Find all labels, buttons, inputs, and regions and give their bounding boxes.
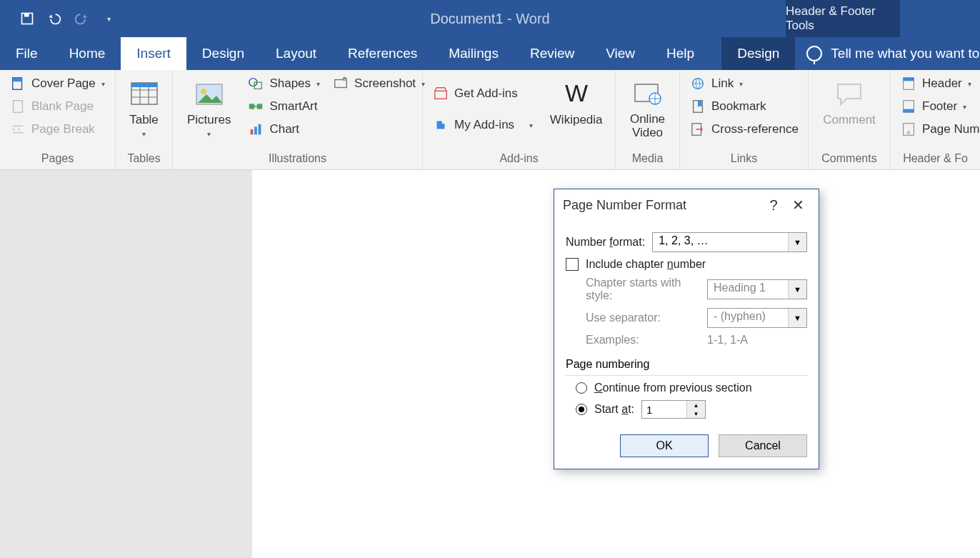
cancel-button[interactable]: Cancel	[719, 434, 807, 457]
smartart-icon	[248, 99, 264, 114]
page-number-icon: #	[901, 121, 916, 137]
examples-value: 1-1, 1-A	[707, 334, 807, 347]
svg-rect-15	[259, 124, 261, 135]
cover-page-icon	[10, 76, 26, 91]
spinner-down-icon[interactable]: ▼	[687, 409, 705, 418]
blank-page-icon	[10, 99, 26, 114]
chapter-style-select: Heading 1 ▼	[707, 279, 807, 299]
svg-rect-4	[14, 101, 23, 113]
online-video-button[interactable]: OnlineVideo	[623, 74, 672, 139]
get-addins-button[interactable]: Get Add-ins	[430, 84, 536, 103]
group-label-tables: Tables	[116, 149, 172, 169]
tell-me-search[interactable]: Tell me what you want to do	[795, 37, 980, 70]
number-format-select[interactable]: 1, 2, 3, … ▼	[652, 232, 807, 252]
online-video-icon	[632, 79, 664, 110]
svg-rect-11	[249, 104, 254, 109]
title-bar: ▾ Document1 - Word Header & Footer Tools	[0, 0, 980, 37]
tab-help[interactable]: Help	[651, 37, 710, 70]
tab-references[interactable]: References	[332, 37, 433, 70]
bookmark-button[interactable]: Bookmark	[687, 97, 801, 116]
tab-mailings[interactable]: Mailings	[433, 37, 514, 70]
qat-customize-icon[interactable]: ▾	[101, 11, 116, 26]
group-illustrations: Pictures▾ Shapes ▾ SmartArt Chart +Scree…	[173, 70, 423, 169]
dialog-help-button[interactable]: ?	[761, 197, 786, 214]
tab-design[interactable]: Design	[186, 37, 260, 70]
svg-text:W: W	[565, 79, 588, 106]
page-numbering-label: Page numbering	[566, 358, 807, 371]
svg-rect-12	[257, 104, 262, 109]
svg-rect-6	[131, 83, 157, 87]
save-icon[interactable]	[20, 11, 34, 26]
my-addins-button[interactable]: My Add-ins ▾	[430, 116, 536, 134]
number-format-label: Number format:	[566, 236, 645, 249]
wikipedia-icon: W	[561, 79, 592, 110]
tab-layout[interactable]: Layout	[260, 37, 332, 70]
header-icon	[901, 76, 916, 91]
tab-home[interactable]: Home	[54, 37, 121, 70]
tab-file[interactable]: File	[0, 37, 54, 70]
screenshot-icon: +	[333, 76, 349, 91]
tab-context-design[interactable]: Design	[721, 37, 795, 70]
ok-button[interactable]: OK	[620, 434, 709, 457]
bookmark-icon	[690, 99, 706, 114]
page-break-icon	[10, 121, 26, 137]
footer-button[interactable]: Footer ▾	[898, 97, 980, 116]
include-chapter-label: Include chapter number	[586, 258, 706, 271]
chart-button[interactable]: Chart	[245, 120, 323, 139]
group-label-illustrations: Illustrations	[173, 149, 422, 169]
comment-icon	[834, 79, 865, 110]
document-gutter	[0, 170, 252, 558]
undo-icon[interactable]	[47, 11, 61, 26]
continue-label: Continue from previous section	[594, 382, 752, 394]
group-addins: Get Add-ins My Add-ins ▾ W Wikipedia Add…	[423, 70, 616, 169]
svg-rect-27	[904, 78, 914, 81]
cover-page-button[interactable]: Cover Page ▾	[7, 74, 108, 93]
link-button[interactable]: Link ▾	[687, 74, 801, 93]
comment-button[interactable]: Comment	[816, 74, 883, 127]
start-at-input[interactable]	[642, 401, 686, 418]
group-label-pages: Pages	[0, 149, 115, 169]
lightbulb-icon	[806, 46, 822, 61]
chevron-down-icon: ▼	[788, 309, 806, 327]
include-chapter-checkbox[interactable]	[566, 258, 579, 271]
screenshot-button[interactable]: +Screenshot ▾	[330, 74, 428, 93]
quick-access-toolbar: ▾	[0, 11, 116, 26]
tab-insert[interactable]: Insert	[121, 37, 186, 70]
tab-review[interactable]: Review	[514, 37, 590, 70]
tell-me-placeholder: Tell me what you want to do	[831, 46, 980, 61]
shapes-button[interactable]: Shapes ▾	[245, 74, 323, 93]
pictures-icon	[194, 79, 225, 110]
spinner-up-icon[interactable]: ▲	[687, 401, 705, 409]
dialog-titlebar: Page Number Format ? ✕	[554, 189, 819, 221]
header-button[interactable]: Header ▾	[898, 74, 980, 93]
shapes-icon	[248, 76, 264, 91]
dialog-close-button[interactable]: ✕	[786, 196, 810, 214]
tab-view[interactable]: View	[590, 37, 651, 70]
pictures-button[interactable]: Pictures▾	[180, 74, 238, 138]
page-break-button[interactable]: Page Break	[7, 120, 108, 139]
svg-rect-1	[24, 14, 29, 17]
group-tables: Table▾ Tables	[116, 70, 173, 169]
start-at-radio[interactable]	[576, 404, 587, 415]
group-label-links: Links	[680, 149, 808, 169]
smartart-button[interactable]: SmartArt	[245, 97, 323, 116]
ribbon-tabs: File Home Insert Design Layout Reference…	[0, 37, 980, 70]
group-label-comments: Comments	[809, 149, 890, 169]
blank-page-button[interactable]: Blank Page	[7, 97, 108, 116]
start-at-label: Start at:	[594, 403, 634, 416]
group-label-media: Media	[616, 149, 679, 169]
redo-icon[interactable]	[74, 11, 89, 26]
separator-select: - (hyphen) ▼	[707, 308, 807, 328]
svg-rect-14	[255, 126, 258, 134]
continue-radio[interactable]	[576, 382, 587, 394]
addins-icon	[433, 117, 449, 133]
table-button[interactable]: Table▾	[121, 74, 167, 138]
ribbon: Cover Page ▾ Blank Page Page Break Pages…	[0, 70, 980, 170]
dialog-title: Page Number Format	[563, 198, 761, 213]
start-at-spinner[interactable]: ▲▼	[641, 400, 706, 419]
group-links: Link ▾ Bookmark Cross-reference Links	[680, 70, 809, 169]
svg-rect-3	[13, 78, 22, 82]
page-number-button[interactable]: #Page Num	[898, 120, 980, 139]
cross-reference-button[interactable]: Cross-reference	[687, 120, 801, 139]
wikipedia-button[interactable]: W Wikipedia	[543, 74, 610, 127]
